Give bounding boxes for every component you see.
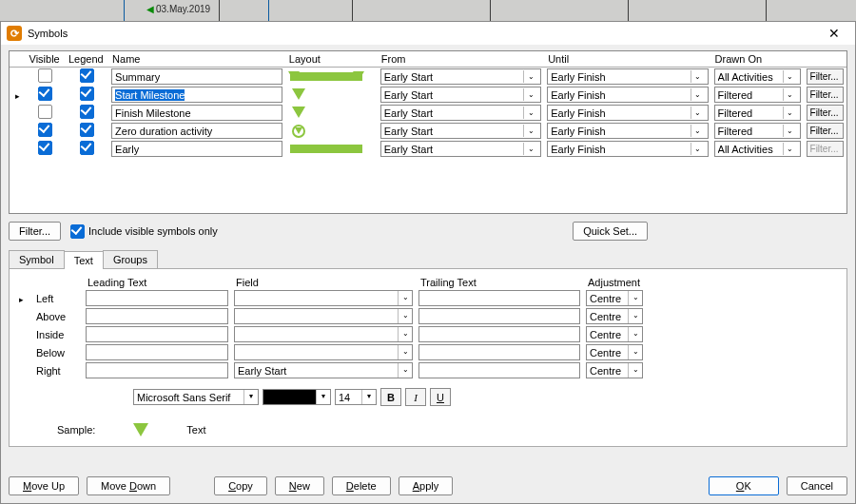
from-select[interactable]: Early Start⌄: [380, 105, 541, 121]
col-until[interactable]: Until: [544, 51, 710, 68]
trailing-text-input[interactable]: [418, 290, 580, 306]
move-down-button[interactable]: Move Down: [87, 476, 170, 495]
move-up-button[interactable]: Move Up: [9, 476, 79, 495]
chevron-down-icon: ⌄: [783, 88, 797, 101]
legend-checkbox[interactable]: [80, 87, 94, 101]
sample-symbol-icon: [133, 423, 148, 436]
visible-checkbox[interactable]: [38, 68, 52, 83]
leading-text-input[interactable]: [86, 290, 228, 306]
col-from[interactable]: From: [378, 51, 544, 68]
name-cell[interactable]: Early: [111, 141, 282, 157]
row-filter-button[interactable]: Filter...: [807, 87, 844, 103]
drawn-on-select[interactable]: Filtered⌄: [714, 105, 801, 121]
tab-text[interactable]: Text: [64, 251, 104, 269]
filter-button[interactable]: Filter...: [9, 222, 61, 241]
name-cell[interactable]: Zero duration activity: [111, 123, 282, 139]
until-select[interactable]: Early Finish⌄: [547, 123, 708, 139]
chevron-down-icon: ⌄: [628, 291, 642, 305]
leading-text-input[interactable]: [86, 308, 228, 324]
adjustment-select[interactable]: Centre⌄: [586, 344, 643, 360]
adjustment-select[interactable]: Centre⌄: [586, 326, 643, 342]
name-cell[interactable]: Finish Milestone: [111, 105, 282, 121]
field-select[interactable]: ⌄: [234, 344, 413, 360]
drawn-on-select[interactable]: All Activities⌄: [714, 141, 801, 157]
leading-text-input[interactable]: [86, 344, 228, 360]
trailing-text-input[interactable]: [418, 362, 580, 378]
row-filter-button[interactable]: Filter...: [807, 123, 844, 139]
col-layout[interactable]: Layout: [285, 51, 378, 68]
adjustment-select[interactable]: Centre⌄: [586, 290, 643, 306]
col-visible[interactable]: Visible: [26, 51, 65, 68]
field-select[interactable]: Early Start⌄: [234, 362, 413, 378]
tab-groups[interactable]: Groups: [103, 250, 158, 268]
chevron-down-icon: ⌄: [691, 70, 705, 83]
leading-text-input[interactable]: [86, 326, 228, 342]
leading-text-input[interactable]: [86, 362, 228, 378]
close-icon[interactable]: ✕: [819, 26, 849, 41]
quick-set-button[interactable]: Quick Set...: [573, 222, 648, 241]
from-select[interactable]: Early Start⌄: [380, 68, 541, 85]
drawn-on-select[interactable]: All Activities⌄: [714, 68, 801, 85]
from-select[interactable]: Early Start⌄: [380, 123, 541, 139]
ruler-tick: [628, 0, 629, 21]
chevron-down-icon: ⌄: [691, 125, 705, 137]
chevron-down-icon: ⌄: [691, 88, 705, 101]
visible-checkbox[interactable]: [38, 105, 52, 119]
visible-checkbox[interactable]: [38, 87, 52, 101]
from-select[interactable]: Early Start⌄: [380, 87, 541, 103]
delete-button[interactable]: Delete: [332, 476, 391, 495]
drawn-on-select[interactable]: Filtered⌄: [714, 123, 801, 139]
row-filter-button[interactable]: Filter...: [807, 105, 844, 121]
table-row[interactable]: Start MilestoneEarly Start⌄Early Finish⌄…: [10, 86, 846, 104]
copy-button[interactable]: Copy: [214, 476, 267, 495]
font-size-select[interactable]: 14▾: [335, 389, 377, 405]
trailing-text-input[interactable]: [418, 344, 580, 360]
legend-checkbox[interactable]: [80, 105, 94, 119]
col-name[interactable]: Name: [108, 51, 285, 68]
adjustment-select[interactable]: Centre⌄: [586, 308, 643, 324]
table-row[interactable]: EarlyEarly Start⌄Early Finish⌄All Activi…: [10, 140, 846, 158]
chevron-down-icon: ⌄: [523, 107, 537, 119]
field-select[interactable]: ⌄: [234, 308, 413, 324]
include-visible-checkbox[interactable]: Include visible symbols only: [70, 224, 218, 239]
adjustment-select[interactable]: Centre⌄: [586, 362, 643, 378]
table-row[interactable]: Zero duration activityEarly Start⌄Early …: [10, 122, 846, 140]
legend-checkbox[interactable]: [80, 141, 94, 155]
col-drawn[interactable]: Drawn On: [711, 51, 804, 68]
sample-text: Text: [186, 424, 205, 436]
col-legend[interactable]: Legend: [65, 51, 108, 68]
name-cell[interactable]: Summary: [111, 68, 282, 85]
from-select[interactable]: Early Start⌄: [380, 141, 541, 157]
tab-symbol[interactable]: Symbol: [9, 250, 65, 268]
bold-button[interactable]: B: [380, 388, 401, 406]
row-filter-button[interactable]: Filter...: [807, 68, 844, 85]
until-select[interactable]: Early Finish⌄: [547, 87, 708, 103]
checkbox-icon: [70, 224, 85, 239]
until-select[interactable]: Early Finish⌄: [547, 68, 708, 85]
name-cell[interactable]: Start Milestone: [111, 87, 282, 103]
legend-checkbox[interactable]: [80, 123, 94, 137]
trailing-text-input[interactable]: [418, 308, 580, 324]
ok-button[interactable]: OK: [709, 476, 779, 495]
table-row[interactable]: Finish MilestoneEarly Start⌄Early Finish…: [10, 104, 846, 122]
layout-preview: [288, 124, 364, 138]
field-select[interactable]: ⌄: [234, 290, 413, 306]
trailing-text-input[interactable]: [418, 326, 580, 342]
italic-button[interactable]: I: [405, 388, 426, 406]
visible-checkbox[interactable]: [38, 141, 52, 155]
drawn-on-select[interactable]: Filtered⌄: [714, 87, 801, 103]
until-select[interactable]: Early Finish⌄: [547, 141, 708, 157]
field-select[interactable]: ⌄: [234, 326, 413, 342]
font-color-select[interactable]: ▾: [263, 389, 331, 405]
underline-button[interactable]: U: [430, 388, 451, 406]
legend-checkbox[interactable]: [80, 68, 94, 83]
visible-checkbox[interactable]: [38, 123, 52, 137]
until-select[interactable]: Early Finish⌄: [547, 105, 708, 121]
font-name-select[interactable]: Microsoft Sans Serif▾: [133, 389, 259, 405]
new-button[interactable]: New: [275, 476, 324, 495]
ruler-date: 03.May.2019: [156, 4, 210, 14]
cancel-button[interactable]: Cancel: [787, 476, 847, 495]
chevron-down-icon: ⌄: [523, 125, 537, 137]
table-row[interactable]: SummaryEarly Start⌄Early Finish⌄All Acti…: [10, 68, 846, 87]
apply-button[interactable]: Apply: [399, 476, 454, 495]
